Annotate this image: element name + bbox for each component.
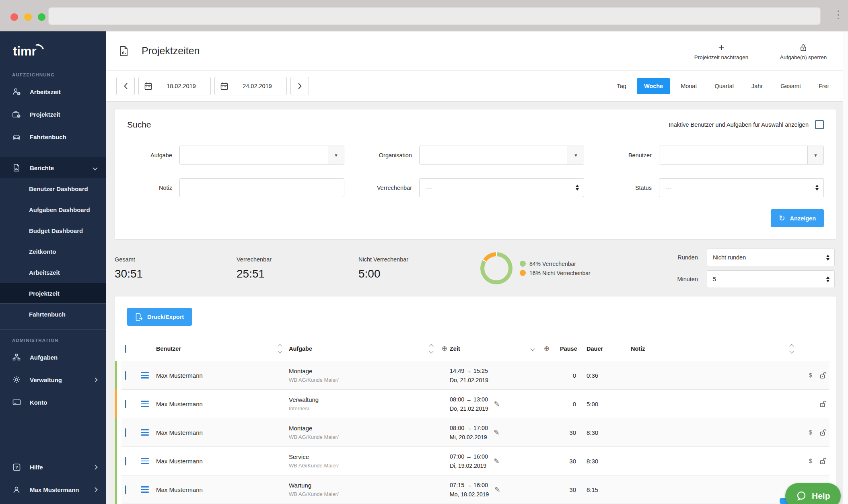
tab-jahr[interactable]: Jahr bbox=[744, 78, 770, 94]
sort-benutzer-icon[interactable] bbox=[278, 345, 282, 353]
unlock-icon[interactable] bbox=[819, 457, 827, 465]
sidebar-item-verwaltung[interactable]: Verwaltung bbox=[0, 368, 106, 391]
chevron-right-icon bbox=[93, 465, 98, 470]
row-menu-icon[interactable] bbox=[141, 372, 149, 379]
summary-strip: Gesamt 30:51 Verrechenbar 25:51 Nicht Ve… bbox=[115, 249, 835, 288]
date-from-field[interactable]: 18.02.2019 bbox=[138, 77, 211, 95]
sidebar-subitem-budget-dashboard[interactable]: Budget Dashboard bbox=[0, 220, 106, 241]
table-row[interactable]: Max Mustermann Montage WB AG/Kunde Maier… bbox=[121, 418, 829, 447]
inactive-users-checkbox[interactable] bbox=[815, 120, 824, 129]
notiz-input[interactable] bbox=[179, 178, 344, 197]
sidebar-subitem-projektzeit-active[interactable]: Projektzeit bbox=[0, 283, 106, 304]
address-bar[interactable] bbox=[48, 7, 821, 25]
sidebar-item-label: Aufgaben bbox=[30, 354, 58, 361]
edit-pencil-icon[interactable]: ✎ bbox=[494, 400, 500, 408]
select-all-checkbox[interactable] bbox=[125, 345, 126, 353]
sort-aufgabe-icon[interactable] bbox=[430, 345, 433, 353]
anzeigen-button[interactable]: ↻ Anzeigen bbox=[771, 209, 824, 227]
unlock-icon[interactable] bbox=[819, 428, 827, 436]
benutzer-input[interactable] bbox=[659, 146, 807, 164]
table-row[interactable]: Max Mustermann Montage WB AG/Kunde Maier… bbox=[121, 361, 829, 390]
row-checkbox[interactable] bbox=[125, 428, 126, 437]
table-row[interactable]: Max Mustermann Verwaltung Internes/ 08:0… bbox=[121, 390, 829, 418]
unlock-icon[interactable] bbox=[819, 400, 827, 408]
sidebar-item-arbeitszeit[interactable]: Arbeitszeit bbox=[0, 80, 106, 103]
edit-pencil-icon[interactable]: ✎ bbox=[494, 428, 499, 437]
status-label: Status bbox=[607, 185, 652, 191]
prev-period-button[interactable] bbox=[116, 77, 135, 95]
projektzeit-table-panel: Druck/Export Benutzer Aufgabe ⊕ bbox=[115, 296, 836, 504]
row-dauer: 5:00 bbox=[587, 401, 631, 407]
sidebar-item-user-max-mustermann[interactable]: Max Mustermann bbox=[0, 478, 106, 501]
row-menu-icon[interactable] bbox=[141, 401, 149, 407]
row-dauer: 8:30 bbox=[587, 458, 631, 465]
aufgaben-sperren-button[interactable]: Aufgabe(n) sperren bbox=[773, 41, 834, 60]
aufgabe-input[interactable] bbox=[180, 146, 328, 164]
next-period-button[interactable] bbox=[290, 77, 309, 95]
scrollbar-track[interactable] bbox=[843, 31, 848, 504]
row-menu-icon[interactable] bbox=[141, 429, 149, 436]
tab-woche[interactable]: Woche bbox=[637, 78, 670, 94]
row-checkbox[interactable] bbox=[125, 371, 126, 380]
table-row[interactable]: Max Mustermann Wartung WB AG/Kunde Maier… bbox=[121, 475, 829, 504]
billable-dollar-icon[interactable]: $ bbox=[809, 457, 812, 465]
runden-select[interactable]: Nicht runden bbox=[707, 249, 835, 266]
status-select[interactable]: --- bbox=[659, 178, 824, 197]
row-checkbox[interactable] bbox=[125, 485, 126, 494]
tab-gesamt[interactable]: Gesamt bbox=[773, 78, 808, 94]
billable-dollar-icon[interactable]: $ bbox=[809, 372, 812, 379]
window-close-button[interactable] bbox=[10, 13, 18, 21]
help-button[interactable]: Help bbox=[785, 483, 841, 504]
sidebar-item-projektzeit[interactable]: Projektzeit bbox=[0, 103, 106, 125]
edit-pencil-icon[interactable]: ✎ bbox=[494, 485, 500, 494]
tab-monat[interactable]: Monat bbox=[673, 78, 704, 94]
date-to-field[interactable]: 24.02.2019 bbox=[214, 77, 287, 95]
browser-menu-icon[interactable] bbox=[838, 10, 839, 19]
sidebar-subitem-fahrtenbuch[interactable]: Fahrtenbuch bbox=[0, 304, 106, 325]
sidebar-item-hilfe[interactable]: ? Hilfe bbox=[0, 456, 106, 478]
sort-zeit-desc-icon[interactable] bbox=[530, 346, 535, 351]
dropdown-arrow-icon[interactable]: ▼ bbox=[328, 146, 344, 164]
column-target-icon[interactable]: ⊕ bbox=[442, 344, 447, 353]
tab-tag[interactable]: Tag bbox=[609, 78, 633, 94]
row-pause: 0 bbox=[551, 372, 587, 379]
row-aufgabe-pfad: WB AG/Kunde Maier/ bbox=[289, 377, 450, 383]
row-menu-icon[interactable] bbox=[141, 486, 149, 493]
row-menu-icon[interactable] bbox=[141, 458, 149, 464]
sidebar-subitem-zeitkonto[interactable]: Zeitkonto bbox=[0, 241, 106, 262]
verrechenbar-select[interactable]: --- bbox=[419, 178, 584, 197]
row-datum: Do, 21.02.2019 bbox=[450, 405, 488, 412]
tab-frei[interactable]: Frei bbox=[811, 78, 836, 94]
projektzeit-nachtragen-button[interactable]: + Projektzeit nachtragen bbox=[691, 41, 751, 60]
sidebar-subitem-benutzer-dashboard[interactable]: Benutzer Dashboard bbox=[0, 178, 106, 199]
row-pause: 30 bbox=[551, 429, 587, 436]
sidebar-item-berichte[interactable]: Berichte bbox=[0, 157, 106, 178]
sidebar-subitem-arbeitszeit[interactable]: Arbeitszeit bbox=[0, 262, 106, 283]
timr-logo[interactable]: timr bbox=[0, 31, 106, 64]
sidebar-divider bbox=[0, 153, 106, 153]
sidebar-subitem-aufgaben-dashboard[interactable]: Aufgaben Dashboard bbox=[0, 199, 106, 220]
dropdown-arrow-icon[interactable]: ▼ bbox=[568, 146, 584, 164]
sidebar-item-fahrtenbuch[interactable]: Fahrtenbuch bbox=[0, 125, 106, 148]
dropdown-arrow-icon[interactable]: ▼ bbox=[807, 146, 823, 164]
sidebar-item-aufgaben[interactable]: Aufgaben bbox=[0, 346, 106, 368]
row-benutzer: Max Mustermann bbox=[156, 372, 203, 379]
table-row[interactable]: Max Mustermann Service WB AG/Kunde Maier… bbox=[121, 447, 829, 475]
window-minimize-button[interactable] bbox=[24, 13, 32, 21]
sidebar-subitem-label: Budget Dashboard bbox=[29, 227, 83, 234]
sort-notiz-icon[interactable] bbox=[790, 345, 793, 353]
window-zoom-button[interactable] bbox=[38, 13, 45, 21]
row-checkbox[interactable] bbox=[125, 457, 126, 465]
billable-dollar-icon[interactable]: $ bbox=[809, 429, 812, 436]
column-notiz: Notiz bbox=[631, 346, 645, 352]
row-dauer: 8:30 bbox=[587, 429, 631, 436]
row-checkbox[interactable] bbox=[125, 400, 126, 408]
tab-quartal[interactable]: Quartal bbox=[707, 78, 741, 94]
column-target-icon[interactable]: ⊕ bbox=[544, 344, 550, 353]
edit-pencil-icon[interactable]: ✎ bbox=[494, 457, 499, 465]
druck-export-button[interactable]: Druck/Export bbox=[127, 308, 192, 326]
organisation-input[interactable] bbox=[420, 146, 568, 164]
unlock-icon[interactable] bbox=[819, 371, 827, 379]
minuten-select[interactable]: 5 bbox=[707, 270, 835, 288]
sidebar-item-konto[interactable]: Konto bbox=[0, 391, 106, 413]
